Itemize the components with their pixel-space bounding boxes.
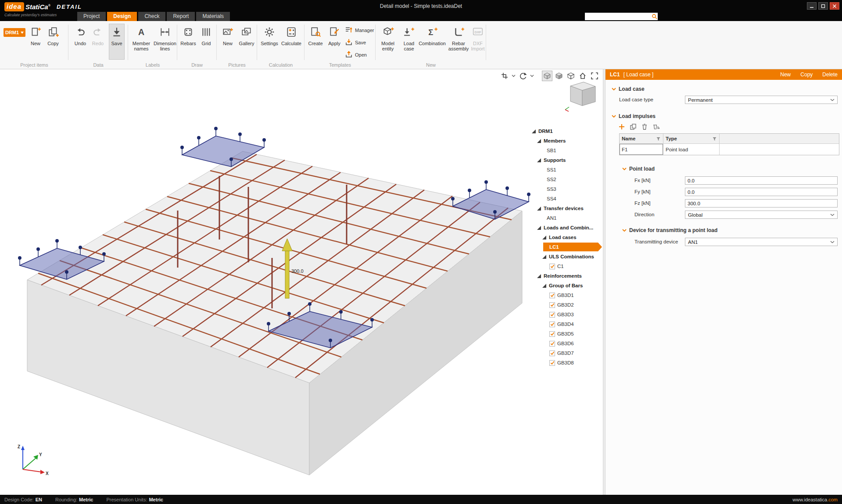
project-item-selector[interactable]: DRM1 — [4, 28, 25, 37]
tree-item-ss1[interactable]: SS1 — [527, 165, 602, 175]
new-rebar-assembly-button[interactable]: Rebar assembly — [447, 24, 470, 60]
tree-item-gb3d8[interactable]: GB3D8 — [527, 358, 602, 368]
section-transmitting-device[interactable]: Device for transmitting a point load — [622, 226, 717, 234]
tree-item-gb3d5[interactable]: GB3D5 — [527, 329, 602, 339]
member-names-button[interactable]: A Member names — [130, 24, 153, 60]
search-input[interactable] — [585, 13, 651, 20]
tree-item-sb1[interactable]: SB1 — [527, 146, 602, 155]
maximize-icon[interactable] — [818, 2, 828, 10]
3d-viewport[interactable]: 300.0 Z Y X DRM1 Members SB1 Supports SS — [0, 69, 603, 495]
copy-load-impulse-icon[interactable] — [629, 123, 637, 131]
tab-design[interactable]: Design — [107, 12, 137, 21]
table-row[interactable]: F1 Point load — [620, 144, 839, 155]
direction-select[interactable]: Global — [685, 211, 838, 219]
calculate-button[interactable]: Calculate — [281, 24, 302, 60]
view-mode-solid-icon[interactable] — [554, 71, 564, 81]
tree-item-loads-and-combinations[interactable]: Loads and Combin... — [527, 223, 602, 232]
save-button[interactable]: Save — [109, 24, 125, 60]
copy-project-item-button[interactable]: Copy — [45, 24, 61, 60]
create-template-button[interactable]: Create — [306, 24, 325, 60]
gallery-button[interactable]: Gallery — [238, 24, 255, 60]
minimize-icon[interactable] — [807, 2, 817, 10]
expander-icon[interactable] — [537, 139, 542, 143]
section-load-impulses[interactable]: Load impulses — [612, 112, 656, 120]
filter-funnel-icon[interactable] — [712, 136, 717, 141]
expander-icon[interactable] — [542, 255, 547, 259]
new-model-entity-button[interactable]: Model entity — [377, 24, 398, 60]
filter-funnel-icon[interactable] — [656, 136, 661, 141]
tree-item-ss2[interactable]: SS2 — [527, 175, 602, 184]
tree-item-group-of-bars[interactable]: Group of Bars — [527, 281, 602, 290]
close-icon[interactable] — [830, 2, 839, 10]
tree-item-members[interactable]: Members — [527, 136, 602, 146]
tree-item-drm1[interactable]: DRM1 — [527, 126, 602, 136]
navigation-cube[interactable] — [565, 82, 595, 111]
chevron-down-icon[interactable] — [512, 75, 516, 77]
tree-item-an1[interactable]: AN1 — [527, 213, 602, 223]
save-template-button[interactable]: Save — [345, 38, 366, 47]
settings-button[interactable]: Settings — [259, 24, 280, 60]
apply-template-button[interactable]: Apply — [326, 24, 343, 60]
panel-delete-button[interactable]: Delete — [822, 71, 838, 78]
checkbox-checked-icon[interactable] — [549, 312, 555, 318]
impulse-name-cell[interactable]: F1 — [620, 144, 663, 155]
name-column-header[interactable]: Name — [620, 134, 663, 144]
type-column-header[interactable]: Type — [663, 134, 720, 144]
tree-item-gb3d1[interactable]: GB3D1 — [527, 290, 602, 300]
tree-item-gb3d2[interactable]: GB3D2 — [527, 300, 602, 310]
checkbox-checked-icon[interactable] — [549, 302, 555, 308]
orbit-view-icon[interactable] — [518, 71, 528, 81]
zoom-all-icon[interactable] — [590, 71, 599, 81]
3d-scene[interactable]: 300.0 Z Y X — [0, 69, 603, 495]
tree-item-gb3d6[interactable]: GB3D6 — [527, 339, 602, 348]
section-load-case[interactable]: Load case — [612, 85, 645, 93]
checkbox-checked-icon[interactable] — [549, 293, 555, 298]
expander-icon[interactable] — [542, 284, 547, 288]
impulse-type-cell[interactable]: Point load — [663, 144, 720, 155]
undo-button[interactable]: Undo — [72, 24, 89, 60]
add-load-impulse-icon[interactable] — [618, 123, 626, 131]
grid-button[interactable]: Grid — [198, 24, 214, 60]
tree-item-load-cases[interactable]: Load cases — [527, 232, 602, 242]
tree-item-c1[interactable]: C1 — [527, 261, 602, 271]
transmitting-device-select[interactable]: AN1 — [685, 238, 838, 246]
new-load-case-button[interactable]: Load case — [400, 24, 418, 60]
rebars-button[interactable]: Rebars — [179, 24, 197, 60]
expander-icon[interactable] — [537, 207, 542, 211]
search-box[interactable] — [585, 13, 658, 20]
delete-all-load-impulses-icon[interactable] — [652, 123, 660, 131]
checkbox-checked-icon[interactable] — [549, 322, 555, 327]
tree-item-ss4[interactable]: SS4 — [527, 194, 602, 204]
view-mode-transparent-icon[interactable] — [542, 71, 552, 81]
fy-input[interactable] — [685, 188, 838, 196]
dimension-lines-button[interactable]: Dimension lines — [154, 24, 176, 60]
tab-materials[interactable]: Materials — [196, 12, 230, 21]
search-icon[interactable] — [651, 14, 658, 19]
new-combination-button[interactable]: Σ Combination — [419, 24, 446, 60]
checkbox-checked-icon[interactable] — [549, 331, 555, 337]
new-project-item-button[interactable]: New — [27, 24, 44, 60]
tree-item-gb3d3[interactable]: GB3D3 — [527, 310, 602, 319]
tab-check[interactable]: Check — [138, 12, 165, 21]
tree-item-reinforcements[interactable]: Reinforcements — [527, 271, 602, 281]
tree-item-uls-combinations[interactable]: ULS Combinations — [527, 252, 602, 261]
section-point-load[interactable]: Point load — [622, 165, 655, 173]
new-picture-button[interactable]: New — [219, 24, 237, 60]
checkbox-checked-icon[interactable] — [549, 350, 555, 356]
tab-project[interactable]: Project — [77, 12, 106, 21]
expander-icon[interactable] — [532, 129, 537, 133]
home-view-icon[interactable] — [578, 71, 588, 81]
panel-new-button[interactable]: New — [780, 71, 791, 78]
delete-load-impulse-icon[interactable] — [641, 123, 649, 131]
panel-copy-button[interactable]: Copy — [800, 71, 813, 78]
chevron-down-icon[interactable] — [530, 75, 534, 77]
expander-icon[interactable] — [542, 236, 547, 239]
open-template-button[interactable]: Open — [345, 50, 367, 60]
fx-input[interactable] — [685, 176, 838, 185]
fz-input[interactable] — [685, 199, 838, 207]
website-link[interactable]: www.ideastatica.com — [792, 497, 838, 502]
load-case-type-select[interactable]: Permanent — [685, 96, 838, 104]
expander-icon[interactable] — [537, 274, 542, 278]
clipping-planes-icon[interactable] — [500, 71, 509, 81]
template-manager-button[interactable]: Manager — [345, 25, 374, 35]
